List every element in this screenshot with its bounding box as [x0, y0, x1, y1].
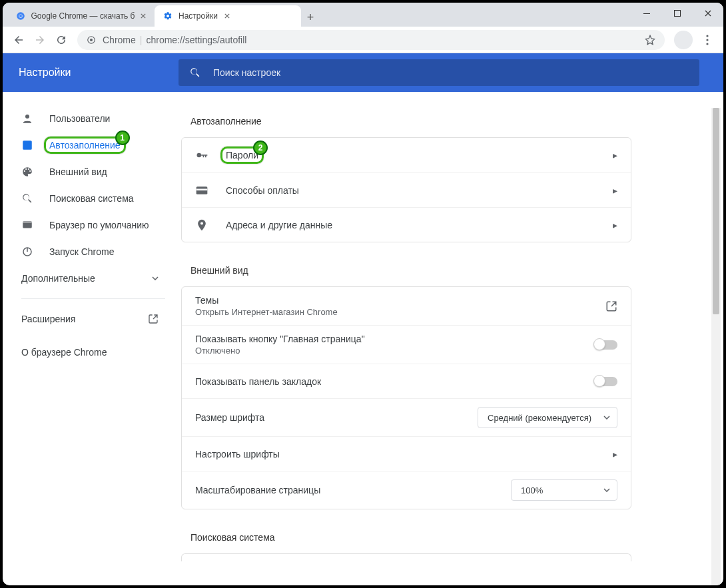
chrome-icon: [87, 35, 96, 45]
svg-rect-16: [196, 188, 208, 190]
sidebar-item-users[interactable]: Пользователи: [8, 105, 179, 132]
tab-active[interactable]: Настройки: [155, 5, 301, 27]
chevron-right-icon: ▸: [613, 150, 617, 160]
font-size-select[interactable]: Средний (рекомендуется): [478, 407, 617, 428]
row-addresses[interactable]: Адреса и другие данные ▸: [182, 207, 631, 242]
svg-point-10: [25, 115, 29, 119]
chevron-right-icon: ▸: [613, 185, 617, 196]
select-value: 100%: [521, 485, 543, 495]
back-button[interactable]: [8, 29, 29, 51]
profile-avatar[interactable]: [674, 31, 693, 49]
sidebar-divider: [21, 298, 165, 299]
sidebar-item-appearance[interactable]: Внешний вид: [8, 158, 179, 185]
row-passwords[interactable]: Пароли 2 ▸: [182, 138, 631, 172]
search-settings-input[interactable]: [213, 67, 689, 78]
row-label: Настроить шрифты: [195, 449, 613, 459]
sidebar-item-autofill[interactable]: Автозаполнение 1: [8, 132, 179, 158]
sidebar-label: Запуск Chrome: [49, 246, 114, 257]
svg-rect-4: [675, 11, 681, 17]
sidebar-label: Дополнительные: [21, 273, 95, 284]
content-area: Настройки Пользователи Автозаполнение 1: [3, 53, 723, 585]
section-title-autofill: Автозаполнение: [190, 116, 631, 127]
menu-button[interactable]: [697, 29, 718, 51]
window-controls: [631, 3, 723, 24]
open-external-icon: [148, 314, 159, 324]
close-tab-icon[interactable]: [139, 11, 149, 21]
key-icon: [195, 148, 208, 162]
row-bookmarks-bar: Показывать панель закладок: [182, 364, 631, 398]
search-icon: [189, 67, 201, 79]
address-bar[interactable]: Chrome | chrome://settings/autofill: [77, 30, 665, 50]
close-tab-icon[interactable]: [222, 11, 232, 21]
sidebar-label: Внешний вид: [49, 166, 107, 177]
new-tab-button[interactable]: +: [301, 8, 320, 27]
chrome-favicon-icon: [16, 11, 26, 21]
sidebar-item-default-browser[interactable]: Браузер по умолчанию: [8, 212, 179, 238]
sidebar-label: О браузере Chrome: [21, 347, 107, 358]
url-text: chrome://settings/autofill: [146, 35, 645, 45]
settings-favicon-icon: [163, 11, 173, 21]
svg-point-8: [706, 39, 708, 41]
settings-title: Настройки: [3, 67, 179, 79]
settings-header: Настройки: [3, 53, 723, 92]
row-page-zoom: Масштабирование страницы 100%: [182, 471, 631, 509]
sidebar: Пользователи Автозаполнение 1 Внешний ви…: [3, 53, 179, 585]
chevron-right-icon: ▸: [613, 220, 617, 230]
sidebar-advanced[interactable]: Дополнительные: [8, 265, 179, 292]
row-payment-methods[interactable]: Способы оплаты ▸: [182, 172, 631, 207]
url-prefix: Chrome: [103, 35, 136, 45]
reload-button[interactable]: [51, 29, 72, 51]
pin-icon: [195, 218, 208, 232]
svg-point-2: [19, 15, 22, 17]
highlight-ring-1: [44, 137, 126, 154]
toolbar: Chrome | chrome://settings/autofill: [3, 27, 723, 53]
palette-icon: [21, 166, 35, 178]
section-title-search: Поисковая система: [190, 532, 631, 543]
svg-point-6: [90, 38, 93, 41]
row-home-button: Показывать кнопку "Главная страница" Отк…: [182, 325, 631, 364]
sidebar-extensions[interactable]: Расширения: [8, 306, 179, 332]
row-label: Показывать кнопку "Главная страница": [195, 334, 595, 344]
svg-point-9: [706, 43, 708, 45]
sidebar-item-search-engine[interactable]: Поисковая система: [8, 185, 179, 212]
minimize-button[interactable]: [631, 3, 662, 24]
svg-point-14: [197, 153, 202, 158]
assignment-icon: [21, 139, 35, 151]
bookmarks-toggle[interactable]: [595, 377, 617, 386]
row-sublabel: Открыть Интернет-магазин Chrome: [195, 307, 605, 317]
chevron-down-icon: [603, 488, 610, 492]
chevron-down-icon: [152, 276, 159, 280]
maximize-button[interactable]: [662, 3, 693, 24]
row-label: Адреса и другие данные: [226, 220, 613, 230]
bookmark-star-icon[interactable]: [645, 35, 655, 45]
zoom-select[interactable]: 100%: [511, 479, 617, 501]
sidebar-about[interactable]: О браузере Chrome: [8, 339, 179, 366]
search-settings-box[interactable]: [179, 59, 699, 86]
row-label: Показывать панель закладок: [195, 376, 595, 387]
tab-title: Настройки: [179, 11, 218, 21]
chevron-down-icon: [603, 416, 610, 420]
row-font-size: Размер шрифта Средний (рекомендуется): [182, 398, 631, 436]
sidebar-label: Пользователи: [49, 113, 110, 124]
svg-point-7: [706, 35, 708, 37]
sidebar-item-startup[interactable]: Запуск Chrome: [8, 238, 179, 265]
row-customize-fonts[interactable]: Настроить шрифты ▸: [182, 436, 631, 471]
appearance-card: Темы Открыть Интернет-магазин Chrome Пок…: [181, 286, 631, 509]
tab-title: Google Chrome — скачать бесп: [31, 11, 135, 21]
select-value: Средний (рекомендуется): [488, 413, 591, 423]
sidebar-label: Поисковая система: [49, 193, 134, 204]
person-icon: [21, 113, 35, 125]
search-card: [181, 553, 631, 561]
row-label: Масштабирование страницы: [195, 485, 511, 495]
scrollbar[interactable]: [711, 108, 721, 588]
home-button-toggle[interactable]: [595, 340, 617, 350]
scrollbar-thumb[interactable]: [713, 108, 719, 314]
autofill-card: Пароли 2 ▸ Способы оплаты ▸: [181, 137, 631, 242]
row-themes[interactable]: Темы Открыть Интернет-магазин Chrome: [182, 287, 631, 325]
svg-rect-3: [643, 13, 650, 14]
row-label: Темы: [195, 295, 605, 306]
open-external-icon: [605, 300, 617, 312]
close-window-button[interactable]: [693, 3, 723, 24]
forward-button[interactable]: [29, 29, 51, 51]
tab-inactive[interactable]: Google Chrome — скачать бесп: [8, 5, 155, 27]
